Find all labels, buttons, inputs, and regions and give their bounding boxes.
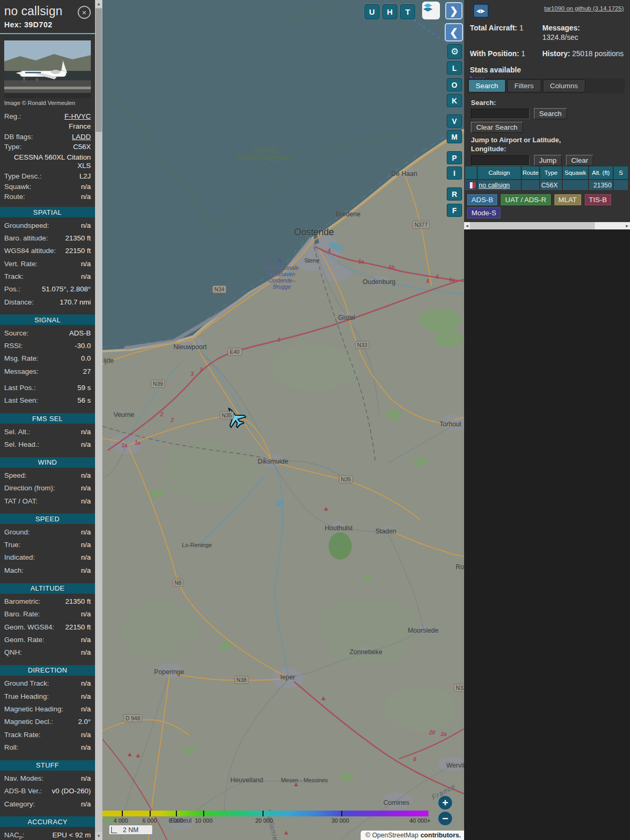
search-section: Search: Search Clear Search Jump to Airp… <box>471 99 624 169</box>
table-header-cell[interactable] <box>465 166 477 179</box>
map-toggle-button[interactable]: F <box>447 204 462 217</box>
messages-rate: Messages:1324.8/sec <box>542 23 626 42</box>
sidebar-expand-button[interactable]: ❯ <box>445 2 463 19</box>
poi-triangle-icon <box>324 507 328 511</box>
exit-number: 1a <box>134 440 140 446</box>
source-badge: Mode-S <box>467 207 500 218</box>
sidebar-collapse-button[interactable]: ❮ <box>445 23 463 41</box>
scrollbar-thumb[interactable] <box>96 8 102 132</box>
map-label: Stene <box>304 257 320 264</box>
aircraft-title: no callsign <box>4 4 62 18</box>
stats-block: Total Aircraft: 1 Messages:1324.8/sec Wi… <box>470 23 626 84</box>
section-altitude: ALTITUDE Barometric: 21350 ft Baro. Rate… <box>0 583 95 660</box>
data-row: Direction (from): n/a <box>0 484 95 496</box>
exit-number: 4 <box>328 248 331 254</box>
section-header-altitude: ALTITUDE <box>0 583 95 594</box>
table-cell[interactable] <box>465 180 477 190</box>
zoom-out-button[interactable]: − <box>438 811 453 826</box>
search-input[interactable] <box>471 109 530 119</box>
jump-input[interactable] <box>471 155 530 166</box>
table-cell[interactable] <box>563 180 588 190</box>
table-header-cell[interactable]: S <box>614 166 628 179</box>
github-link[interactable]: tar1090 on github (3.14.1725) <box>544 5 624 12</box>
with-position: With Position: 1 <box>470 49 542 58</box>
scroll-down-icon[interactable]: ▼ <box>95 832 102 840</box>
aircraft-photo[interactable] <box>4 40 91 98</box>
exit-number: 6a <box>449 277 455 283</box>
search-button[interactable]: Search <box>534 108 567 119</box>
table-header-cell[interactable]: Squawk <box>563 166 588 179</box>
zoom-in-button[interactable]: + <box>438 795 453 810</box>
map-toggle-button[interactable]: M <box>447 130 462 143</box>
map-label: luchthaven <box>269 271 296 277</box>
exit-number: 2a <box>440 731 446 737</box>
panel-tab[interactable]: Filters <box>507 79 541 92</box>
close-icon[interactable]: × <box>78 6 91 19</box>
map-toggle-button[interactable]: R <box>447 187 462 201</box>
map-toggle-button[interactable]: V <box>447 114 462 128</box>
data-row: Sel. Alt.: n/a <box>0 427 95 439</box>
map-toggle-button[interactable]: O <box>447 78 462 91</box>
data-row: Roll: n/a <box>0 742 95 755</box>
section-signal: SIGNAL Source: ADS-B RSSI: -30.0 Msg. Ra… <box>0 314 95 408</box>
section-wind: WIND Speed: n/a Direction (from): n/a TA… <box>0 457 95 509</box>
table-cell[interactable]: 21350 <box>589 180 613 190</box>
map-label: Veurne <box>113 411 134 418</box>
data-row: WGS84 altitude: 22150 ft <box>0 246 95 259</box>
poi-triangle-icon <box>284 831 288 835</box>
jump-button[interactable]: Jump <box>534 155 562 166</box>
info-row: Reg.: F-HVYC <box>0 111 95 122</box>
table-cell[interactable]: C56X <box>540 180 562 190</box>
legend-divider <box>341 811 342 816</box>
info-row: France <box>0 122 95 132</box>
data-row: Vert. Rate: n/a <box>0 259 95 271</box>
exit-number: 6 <box>426 278 429 284</box>
scroll-up-icon[interactable]: ▲ <box>95 0 102 8</box>
panel-tab[interactable]: Search <box>468 79 506 92</box>
panel-tab[interactable]: Columns <box>543 79 585 92</box>
map-canvas[interactable]: ✈ Specialebeschermingszone2De HaanBreden… <box>102 0 464 840</box>
scroll-right-icon[interactable]: ► <box>624 224 630 228</box>
section-spatial: SPATIAL Groundspeed: n/a Baro. altitude:… <box>0 207 95 310</box>
map-label: Comines <box>383 799 409 806</box>
road-badge: N39 <box>151 380 165 388</box>
map-label: Ieper <box>280 674 296 681</box>
clear-search-button[interactable]: Clear Search <box>471 122 523 133</box>
table-cell[interactable] <box>522 180 539 190</box>
table-cell[interactable]: no callsign <box>478 180 521 190</box>
road-badge: N35 <box>219 412 234 419</box>
section-header-signal: SIGNAL <box>0 314 95 325</box>
info-row: Type: C56X <box>0 142 95 153</box>
table-header-cell[interactable]: Route <box>522 166 539 179</box>
clear-jump-button[interactable]: Clear <box>566 155 593 166</box>
table-row: no callsignC56X21350 <box>465 180 628 190</box>
table-header-cell[interactable]: Callsign <box>478 166 521 179</box>
layers-button[interactable] <box>422 2 440 19</box>
map-mode-button[interactable]: H <box>382 4 397 19</box>
map-toggle-button[interactable]: L <box>447 61 462 75</box>
total-aircraft: Total Aircraft: 1 <box>470 23 542 42</box>
legend-tick-label: 4 000 <box>113 817 128 824</box>
data-row: Magnetic Heading: n/a <box>0 705 95 717</box>
settings-gear-icon[interactable]: ⚙ <box>447 44 462 59</box>
table-header-cell[interactable]: Alt. (ft) <box>589 166 613 179</box>
data-row: ADS-B Ver.: v0 (DO-260) <box>0 786 95 799</box>
map-mode-button[interactable]: U <box>364 4 380 19</box>
map-mode-button[interactable]: T <box>400 4 415 19</box>
table-cell[interactable] <box>614 180 628 190</box>
map-toggle-button[interactable]: P <box>447 151 462 164</box>
source-badge: ADS-B <box>467 194 497 205</box>
scrollbar-thumb[interactable] <box>470 222 595 229</box>
sidebar-scrollbar[interactable]: ▲ ▼ <box>95 0 102 840</box>
data-row: Geom. Rate: n/a <box>0 635 95 647</box>
map-label: Bredene <box>335 211 360 218</box>
map-toggle-button[interactable]: K <box>447 94 462 107</box>
panel-toggle-icon[interactable]: ◀▶ <box>473 4 489 18</box>
data-row: Indicated: n/a <box>0 553 95 565</box>
table-header-cell[interactable]: Type <box>540 166 562 179</box>
map-label: Speciale <box>253 146 278 153</box>
map-toggle-button[interactable]: I <box>447 166 462 180</box>
legend-tick-label: 40 000+ <box>410 817 430 824</box>
scroll-left-icon[interactable]: ◄ <box>464 224 470 228</box>
table-horizontal-scrollbar[interactable]: ◄ ► <box>464 222 630 229</box>
